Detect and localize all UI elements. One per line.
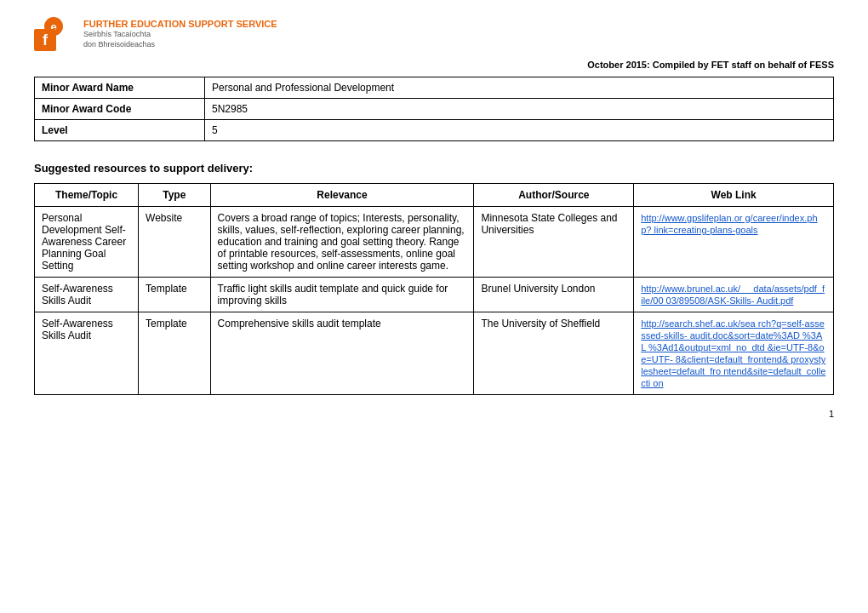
- type-cell: Website: [139, 207, 211, 278]
- type-cell: Template: [139, 312, 211, 395]
- info-label: Minor Award Name: [35, 77, 205, 99]
- web-link[interactable]: http://www.brunel.ac.uk/ __data/assets/p…: [641, 284, 825, 306]
- relevance-cell: Covers a broad range of topics; Interest…: [210, 207, 474, 278]
- info-row: Level 5: [35, 120, 834, 141]
- web-link[interactable]: http://search.shef.ac.uk/sea rch?q=self-…: [641, 318, 825, 388]
- relevance-cell: Traffic light skills audit template and …: [210, 278, 474, 312]
- logo-sub1: Seirbhís Tacaíochta: [83, 30, 277, 40]
- logo-sub2: don Bhreisoideachas: [83, 40, 277, 50]
- web-link[interactable]: http://www.gpslifeplan.or g/career/index…: [641, 213, 817, 235]
- info-label: Minor Award Code: [35, 99, 205, 120]
- info-row: Minor Award Name Personal and Profession…: [35, 77, 834, 99]
- author-cell: The University of Sheffield: [474, 312, 634, 395]
- author-cell: Minnesota State Colleges and Universitie…: [474, 207, 634, 278]
- relevance-cell: Comprehensive skills audit template: [210, 312, 474, 395]
- column-header: Theme/Topic: [35, 184, 139, 207]
- info-table: Minor Award Name Personal and Profession…: [34, 77, 834, 141]
- weblink-cell: http://www.brunel.ac.uk/ __data/assets/p…: [634, 278, 834, 312]
- logo-text: FURTHER EDUCATION SUPPORT SERVICE Seirbh…: [83, 18, 277, 50]
- theme-cell: Self-Awareness Skills Audit: [35, 278, 139, 312]
- resources-table: Theme/TopicTypeRelevanceAuthor/SourceWeb…: [34, 183, 834, 395]
- author-cell: Brunel University London: [474, 278, 634, 312]
- logo-icon: e f: [34, 17, 77, 51]
- info-row: Minor Award Code 5N2985: [35, 99, 834, 120]
- resource-row: Self-Awareness Skills Audit Template Tra…: [35, 278, 834, 312]
- info-value: 5: [205, 120, 834, 141]
- page-header: e f FURTHER EDUCATION SUPPORT SERVICE Se…: [34, 17, 834, 51]
- info-value: 5N2985: [205, 99, 834, 120]
- page-number: 1: [34, 409, 834, 419]
- compiled-note: October 2015: Compiled by FET staff on b…: [34, 60, 834, 70]
- column-header: Relevance: [210, 184, 474, 207]
- weblink-cell: http://search.shef.ac.uk/sea rch?q=self-…: [634, 312, 834, 395]
- type-cell: Template: [139, 278, 211, 312]
- info-label: Level: [35, 120, 205, 141]
- resource-row: Self-Awareness Skills Audit Template Com…: [35, 312, 834, 395]
- logo-main-text: FURTHER EDUCATION SUPPORT SERVICE: [83, 18, 277, 30]
- resource-row: Personal Development Self-Awareness Care…: [35, 207, 834, 278]
- section-title: Suggested resources to support delivery:: [34, 162, 834, 175]
- logo-f: f: [34, 29, 56, 51]
- column-header: Web Link: [634, 184, 834, 207]
- theme-cell: Personal Development Self-Awareness Care…: [35, 207, 139, 278]
- column-header: Type: [139, 184, 211, 207]
- info-value: Personal and Professional Development: [205, 77, 834, 99]
- weblink-cell: http://www.gpslifeplan.or g/career/index…: [634, 207, 834, 278]
- theme-cell: Self-Awareness Skills Audit: [35, 312, 139, 395]
- logo-area: e f FURTHER EDUCATION SUPPORT SERVICE Se…: [34, 17, 277, 51]
- column-header: Author/Source: [474, 184, 634, 207]
